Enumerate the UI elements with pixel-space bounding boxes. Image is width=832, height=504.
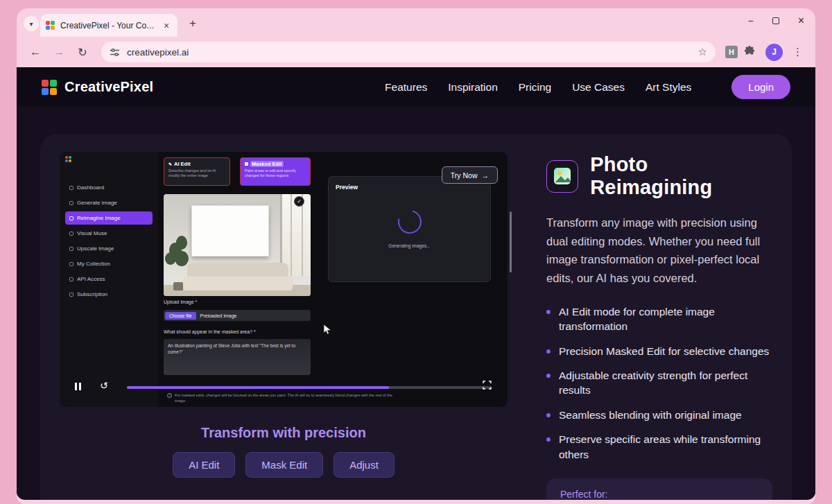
blank-canvas [191, 205, 269, 257]
feature-title: Photo Reimagining [590, 153, 772, 199]
nav-pricing[interactable]: Pricing [519, 81, 551, 94]
page-body: Dashboard Generate Image Reimagine Image… [17, 107, 815, 499]
loading-spinner [394, 206, 426, 238]
file-input: Choose file Preloaded image [164, 310, 311, 321]
sidebar-item-upscale-image: Upscale Image [65, 242, 153, 255]
url-text: creativepixel.ai [127, 47, 189, 58]
nav-features[interactable]: Features [385, 81, 427, 94]
bullet-item: AI Edit mode for complete image transfor… [546, 304, 772, 334]
fullscreen-icon[interactable] [483, 381, 492, 390]
sidebar-item-visual-muse: Visual Muse [65, 227, 153, 240]
login-button[interactable]: Login [731, 75, 790, 99]
tab-strip: ▾ CreativePixel - Your Complete A × + − … [17, 8, 815, 37]
mouse-cursor [323, 324, 331, 335]
maximize-icon[interactable] [772, 17, 779, 24]
feature-bullets: AI Edit mode for complete image transfor… [546, 304, 772, 462]
masked-edit-footnote: i For masked edits, changes will be focu… [167, 392, 403, 404]
sidebar-item-reimagine-image: Reimagine Image [65, 211, 153, 225]
nav-art-styles[interactable]: Art Styles [645, 81, 691, 94]
uploaded-room-image [164, 194, 311, 296]
extensions-puzzle-icon[interactable] [743, 46, 756, 58]
try-now-button[interactable]: Try Now → [442, 166, 498, 184]
ai-edit-mode-card: ✎AI Edit Describe changes and let AI mod… [164, 157, 230, 186]
site-header: CreativePixel Features Inspiration Prici… [17, 67, 815, 107]
browser-menu-icon[interactable]: ⋮ [792, 46, 803, 58]
mask-question-label: What should appear in the masked area? * [164, 329, 256, 334]
sidebar-item-api-access: API Access [65, 272, 153, 286]
profile-avatar[interactable]: J [765, 44, 783, 61]
generating-status: Generating images... [329, 243, 490, 248]
sidebar-item-subscription: Subscription [65, 288, 153, 301]
back-icon[interactable]: ← [26, 43, 44, 61]
bullet-item: Seamless blending with original image [546, 408, 772, 422]
browser-window: ▾ CreativePixel - Your Complete A × + − … [17, 8, 815, 504]
minimize-icon[interactable]: − [747, 16, 753, 26]
feature-description: Transform any image with precision using… [546, 214, 772, 288]
choose-file-button: Choose file [165, 312, 196, 320]
demo-app-sidebar: Dashboard Generate Image Reimagine Image… [60, 152, 158, 407]
perfect-for-label: Perfect for: [560, 489, 759, 500]
extension-h-icon[interactable]: H [725, 46, 738, 58]
bullet-dot [546, 310, 551, 314]
window-controls: − × [747, 16, 804, 26]
mask-edit-button[interactable]: Mask Edit [245, 452, 323, 478]
browser-tab[interactable]: CreativePixel - Your Complete A × [40, 14, 177, 37]
forward-icon[interactable]: → [50, 43, 68, 61]
address-bar[interactable]: creativepixel.ai ☆ [101, 42, 716, 62]
reload-icon[interactable]: ↻ [73, 43, 92, 61]
couch [183, 277, 293, 290]
sidebar-item-generate-image: Generate Image [65, 196, 153, 209]
preview-panel: Preview Generating images... [328, 176, 491, 282]
preview-label: Preview [336, 184, 483, 191]
upscale-image-icon [69, 247, 73, 251]
main-nav: Features Inspiration Pricing Use Cases A… [385, 75, 790, 99]
demo-column: Dashboard Generate Image Reimagine Image… [60, 152, 508, 500]
bullet-dot [546, 349, 551, 354]
tab-search-button[interactable]: ▾ [24, 16, 39, 31]
pause-button[interactable] [75, 383, 81, 390]
bullet-item: Precision Masked Edit for selective chan… [546, 344, 772, 358]
brand-name[interactable]: CreativePixel [64, 79, 153, 95]
sidebar-item-my-collection: My Collection [65, 257, 153, 270]
demo-video-player[interactable]: Dashboard Generate Image Reimagine Image… [60, 152, 508, 407]
new-tab-button[interactable]: + [184, 15, 201, 32]
site-favicon [46, 21, 55, 30]
subscription-icon [69, 293, 73, 297]
dashboard-icon [69, 186, 73, 190]
plant [173, 282, 183, 290]
video-progress-fill [127, 386, 389, 389]
my-collection-icon [69, 262, 73, 266]
api-access-icon [69, 277, 73, 281]
bullet-dot [546, 437, 551, 442]
site-settings-icon[interactable] [110, 47, 120, 58]
bullet-item: Preserve specific areas while transformi… [546, 432, 772, 462]
tab-close-icon[interactable]: × [161, 20, 172, 31]
reimagine-image-icon [69, 216, 73, 220]
close-icon[interactable]: × [798, 16, 804, 26]
replay-icon[interactable]: ↺ [100, 380, 108, 391]
cta-row: AI Edit Mask Edit Adjust [60, 452, 508, 478]
visual-muse-icon [69, 232, 73, 236]
nav-inspiration[interactable]: Inspiration [448, 81, 498, 94]
nav-use-cases[interactable]: Use Cases [572, 81, 625, 94]
preloaded-filename: Preloaded image [200, 313, 237, 318]
creativepixel-logo[interactable] [42, 80, 57, 95]
sidebar-item-dashboard: Dashboard [65, 181, 153, 194]
page-content: CreativePixel Features Inspiration Prici… [17, 67, 815, 500]
feature-card: Dashboard Generate Image Reimagine Image… [40, 134, 792, 500]
scrollbar-thumb[interactable] [510, 211, 512, 272]
bullet-item: Adjustable creativity strength for perfe… [546, 368, 772, 398]
check-icon: ✓ [294, 196, 304, 207]
adjust-button[interactable]: Adjust [333, 452, 395, 478]
video-progress-bar[interactable] [127, 386, 491, 389]
brush-icon [245, 162, 248, 166]
info-icon: i [167, 393, 172, 398]
mask-prompt-textarea: An illustration painting of Steve Jobs w… [164, 339, 311, 375]
cta-heading: Transform with precision [60, 425, 508, 441]
picture-icon [553, 166, 572, 186]
upload-image-label: Upload Image * [164, 299, 197, 304]
ai-edit-button[interactable]: AI Edit [173, 452, 235, 478]
masked-edit-mode-card: Masked Edit Paint areas to edit and spec… [240, 157, 311, 186]
bullet-dot [546, 413, 551, 417]
bookmark-star-icon[interactable]: ☆ [698, 46, 707, 58]
